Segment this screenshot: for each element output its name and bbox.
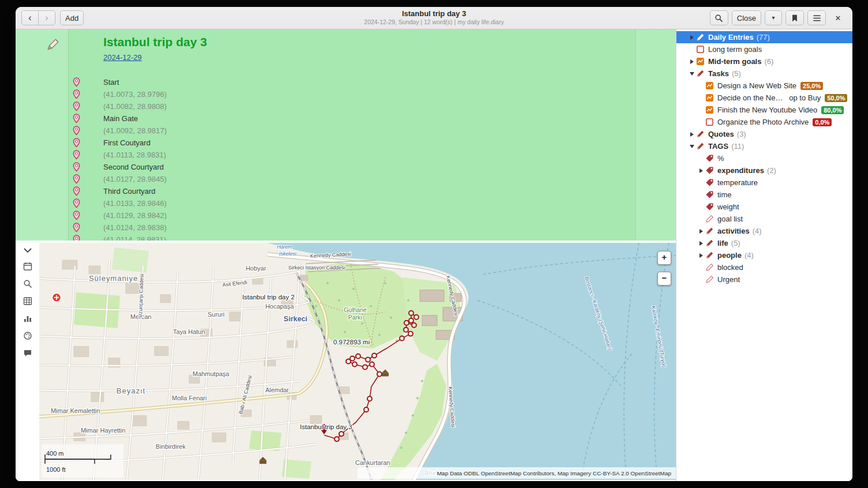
sidebar-item-label: Design a New Web Site <box>717 81 796 90</box>
calendar-button[interactable] <box>23 261 33 272</box>
tag-icon <box>705 166 714 175</box>
table-button[interactable] <box>23 296 33 306</box>
sidebar-item-tags[interactable]: TAGS (11) <box>676 140 852 152</box>
map-label-taya: Taya Hatun <box>173 328 205 335</box>
map-pin-icon[interactable] <box>73 150 80 163</box>
map-pin-icon[interactable] <box>73 162 80 175</box>
forward-button[interactable]: › <box>38 10 55 25</box>
date-link[interactable]: 2024-12-29 <box>103 53 142 62</box>
sidebar-item-mid-term-goals[interactable]: Mid-term goals (6) <box>676 55 852 67</box>
entry-title: Istanbul trip day 3 <box>103 35 207 49</box>
entry-text[interactable]: (41.0124, 28.9838) <box>103 223 167 232</box>
map-pin-icon[interactable] <box>73 102 80 115</box>
entry-text[interactable]: (41.0127, 28.9845) <box>103 175 167 183</box>
pencil-icon <box>705 227 714 235</box>
map-pin-icon[interactable] <box>73 89 80 103</box>
sidebar-item-tag-temperature[interactable]: temperature <box>676 177 852 189</box>
entry-text[interactable]: (41.0113, 28.9831) <box>103 151 166 159</box>
cluster-marker[interactable] <box>52 293 61 302</box>
chart-button[interactable] <box>23 313 33 324</box>
sidebar-item-label: Mid-term goals <box>708 57 761 66</box>
map-label-cankurtaran: Cankurtaran <box>356 459 390 466</box>
expander-icon[interactable] <box>688 145 696 148</box>
search-icon <box>23 279 32 288</box>
map-label-hobyar: Hobyar <box>246 265 267 272</box>
chat-button[interactable] <box>23 348 33 358</box>
entry-text[interactable]: Start <box>103 78 119 87</box>
expander-icon[interactable] <box>697 168 705 173</box>
sidebar-item-daily-entries[interactable]: Daily Entries (77) <box>676 31 852 43</box>
map-label-harem1: Harem <box>277 244 293 250</box>
expander-icon[interactable] <box>688 59 696 64</box>
editor-pane[interactable]: Istanbul trip day 3 2024-12-29 Start (41… <box>16 29 676 241</box>
zoom-out-button[interactable]: − <box>657 272 671 286</box>
sidebar-item-quotes[interactable]: Quotes (3) <box>676 128 852 140</box>
sidebar-item-tag-percent[interactable]: % <box>676 152 852 164</box>
map-label-suleymaniye: Süleymaniye <box>89 274 138 283</box>
sidebar-item-tag-people[interactable]: people (4) <box>676 249 852 261</box>
sidebar-item-task-photo-archive[interactable]: Organize the Photo Archive 0,0% <box>676 116 852 128</box>
expander-icon[interactable] <box>688 35 696 40</box>
list-item: Second Courtyard <box>103 161 207 173</box>
sidebar-item-tag-time[interactable]: time <box>676 189 852 201</box>
sidebar-item-tag-activities[interactable]: activities (4) <box>676 225 852 237</box>
dropdown-button[interactable]: ▾ <box>765 10 782 25</box>
entry-text[interactable]: (41.0092, 28.9817) <box>103 126 167 135</box>
entry-text[interactable]: Third Courtyard <box>103 187 155 196</box>
entry-text[interactable]: (41.0073, 28.9796) <box>103 90 167 99</box>
back-button[interactable]: ‹ <box>21 10 39 25</box>
zoom-in-button[interactable]: + <box>657 251 671 265</box>
search-pane-button[interactable] <box>23 279 33 289</box>
close-entry-button[interactable]: Close <box>732 10 761 25</box>
sidebar-item-long-term-goals[interactable]: Long term goals <box>676 43 852 55</box>
entry-text[interactable]: First Coutyard <box>103 138 151 147</box>
expander-icon[interactable] <box>688 72 696 76</box>
sidebar-item-task-video[interactable]: Finish the New Youtube Video 80,0% <box>676 104 852 116</box>
entry-text[interactable]: (41.0129, 28.9842) <box>103 211 167 220</box>
tag-icon <box>705 178 714 187</box>
list-item: (41.0113, 28.9831) <box>103 149 207 161</box>
search-button[interactable] <box>710 10 728 25</box>
pencil-outline-icon <box>705 263 714 272</box>
sidebar-item-tag-weight[interactable]: weight <box>676 201 852 213</box>
sidebar-item-tag-expenditures[interactable]: expenditures (2) <box>676 164 852 177</box>
expander-icon[interactable] <box>697 229 705 234</box>
sidebar-item-label: Tasks <box>708 69 729 78</box>
map-pin-icon[interactable] <box>73 186 80 200</box>
map[interactable]: Kennedy Caddesi Kennedy Caddesi Kennedy … <box>39 243 676 480</box>
sidebar-item-tasks[interactable]: Tasks (5) <box>676 67 852 80</box>
palette-button[interactable] <box>23 331 33 341</box>
sidebar-item-tag-urgent[interactable]: Urgent <box>676 273 852 286</box>
item-count: (4) <box>753 227 762 235</box>
entry-text[interactable]: (41.0114, 28.9831) <box>103 235 166 241</box>
map-pin-icon[interactable] <box>73 126 80 139</box>
sidebar-item-task-website[interactable]: Design a New Web Site 25,0% <box>676 80 852 92</box>
map-pin-icon[interactable] <box>73 211 80 224</box>
map-pin-icon[interactable] <box>73 77 80 91</box>
sidebar-item-tag-goal-list[interactable]: goal list <box>676 213 852 225</box>
map-pin-icon[interactable] <box>73 114 80 127</box>
window-close-button[interactable]: ✕ <box>829 10 847 25</box>
menu-button[interactable] <box>807 10 826 25</box>
expander-icon[interactable] <box>688 132 696 137</box>
expander-icon[interactable] <box>697 253 705 258</box>
entry-text[interactable]: (41.0082, 28.9808) <box>103 102 167 111</box>
sidebar-item-tag-life[interactable]: life (5) <box>676 237 852 249</box>
expander-icon[interactable] <box>697 241 705 246</box>
map-pin-icon[interactable] <box>73 223 80 236</box>
entry-text[interactable]: Second Courtyard <box>103 163 164 171</box>
map-pin-icon[interactable] <box>73 198 80 212</box>
map-pin-icon[interactable] <box>73 174 80 187</box>
entry-text[interactable]: (41.0133, 28.9846) <box>103 199 167 208</box>
scale-ft-label: 1000 ft <box>46 466 66 473</box>
item-count: (4) <box>744 251 754 260</box>
collapse-pane-button[interactable] <box>24 245 32 254</box>
map-label-hayrettin: Mimar Hayrettin <box>81 427 125 434</box>
bookmark-button[interactable] <box>785 10 804 25</box>
add-button[interactable]: Add <box>60 10 84 25</box>
sidebar-item-tag-blocked[interactable]: blocked <box>676 261 852 273</box>
map-pin-icon[interactable] <box>73 235 80 241</box>
sidebar-item-task-laptop[interactable]: Decide on the Ne… op to Buy 50,0% <box>676 92 852 104</box>
entry-text[interactable]: Main Gate <box>103 114 138 123</box>
map-pin-icon[interactable] <box>73 138 80 151</box>
